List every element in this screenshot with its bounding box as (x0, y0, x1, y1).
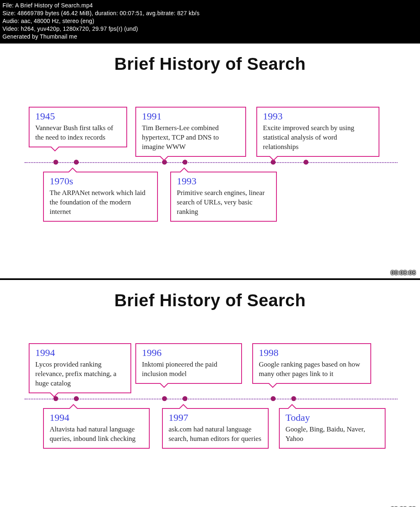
timeline-callout: 1970sThe ARPANet network which laid the … (43, 172, 158, 222)
callout-year: Today (285, 412, 380, 423)
video-metadata-header: File: A Brief History of Search.mp4 Size… (0, 0, 420, 43)
meta-audio: Audio: aac, 48000 Hz, stereo (eng) (2, 17, 418, 25)
timeline-callout: TodayGoogle, Bing, Baidu, Naver, Yahoo (279, 408, 386, 449)
timeline-callout: 1945Vannevar Bush first talks of the nee… (29, 107, 127, 147)
callout-description: Inktomi pioneered the paid inclusion mod… (142, 360, 236, 379)
timeline-callout: 1996Inktomi pioneered the paid inclusion… (135, 343, 242, 384)
callout-description: ask.com had natural language search, hum… (169, 425, 263, 444)
callout-description: Primitive search engines, linear search … (177, 188, 271, 217)
timeline-axis (0, 395, 420, 403)
timeline-dot (304, 160, 308, 165)
callout-description: Lycos provided ranking relevance, prefix… (35, 360, 126, 388)
timeline-callout: 1994Altavista had natural language queri… (43, 408, 150, 449)
timeline-callout: 1991Tim Berners-Lee combined hypertext, … (135, 107, 246, 157)
callout-description: Altavista had natural language queries, … (50, 425, 144, 444)
callout-year: 1970s (50, 176, 152, 187)
timeline-dot (183, 396, 187, 401)
callout-year: 1996 (142, 347, 236, 358)
callout-description: Tim Berners-Lee combined hypertext, TCP … (142, 124, 240, 152)
callout-year: 1994 (35, 347, 126, 358)
timeline-callout: 1997ask.com had natural language search,… (162, 408, 269, 449)
timeline-dot (183, 160, 187, 165)
timeline-dotted-line (25, 162, 397, 163)
timeline-dot (291, 396, 296, 401)
thumbnail-grid: Brief History of Search 00:03:08 1945Van… (0, 43, 420, 507)
timeline-axis (0, 158, 420, 167)
meta-generator: Generated by Thumbnail me (2, 33, 418, 41)
callout-year: 1997 (169, 412, 263, 423)
thumbnail-frame[interactable]: Brief History of Search 00:06:23 1994Lyc… (0, 280, 420, 507)
callout-year: 1993 (177, 176, 271, 187)
timeline-dot (162, 396, 167, 401)
callout-description: Google, Bing, Baidu, Naver, Yahoo (285, 425, 380, 444)
thumbnail-timestamp: 00:03:08 (391, 269, 416, 276)
timeline-callout: 1993Excite improved search by using stat… (256, 107, 379, 157)
timeline-dot (53, 160, 58, 165)
timeline-dot (74, 396, 79, 401)
timeline-dot (74, 160, 79, 165)
callout-year: 1991 (142, 111, 240, 122)
timeline-dot (271, 396, 276, 401)
meta-file: File: A Brief History of Search.mp4 (2, 2, 418, 9)
slide-title: Brief History of Search (0, 54, 420, 74)
meta-video: Video: h264, yuv420p, 1280x720, 29.97 fp… (2, 25, 418, 33)
timeline-callout: 1998Google ranking pages based on how ma… (252, 343, 371, 384)
timeline-callout: 1993Primitive search engines, linear sea… (170, 172, 277, 222)
thumbnail-frame[interactable]: Brief History of Search 00:03:08 1945Van… (0, 44, 420, 278)
callout-description: Excite improved search by using statisti… (263, 124, 374, 152)
callout-year: 1945 (35, 111, 121, 122)
meta-size: Size: 48669789 bytes (46.42 MiB), durati… (2, 9, 418, 17)
callout-description: Vannevar Bush first talks of the need to… (35, 124, 121, 142)
callout-year: 1993 (263, 111, 374, 122)
callout-year: 1994 (50, 412, 144, 423)
timeline-callout: 1994Lycos provided ranking relevance, pr… (29, 343, 131, 393)
callout-year: 1998 (259, 347, 365, 358)
callout-description: Google ranking pages based on how many o… (259, 360, 365, 379)
timeline-dotted-line (25, 399, 397, 399)
slide-title: Brief History of Search (0, 291, 420, 310)
callout-description: The ARPANet network which laid the found… (50, 188, 152, 217)
